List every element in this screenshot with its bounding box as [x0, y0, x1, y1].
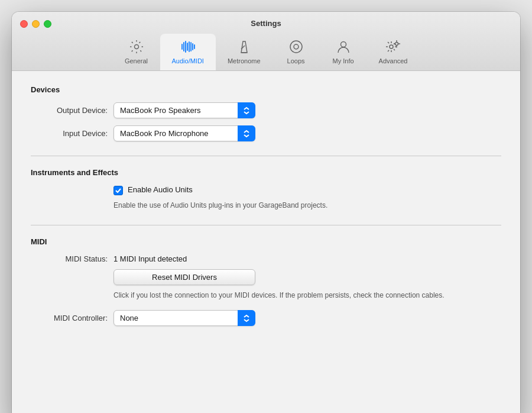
- tab-my-info-label: My Info: [333, 57, 354, 64]
- tab-bar: General Audio/MIDI: [113, 34, 420, 70]
- input-device-row: Input Device: MacBook Pro Microphone: [31, 125, 501, 141]
- midi-status-row: MIDI Status: 1 MIDI Input detected: [31, 254, 501, 263]
- traffic-lights: [20, 20, 51, 28]
- midi-controller-row: MIDI Controller: None: [31, 310, 501, 326]
- midi-controller-select-wrapper: None: [113, 310, 255, 326]
- main-content: Devices Output Device: MacBook Pro Speak…: [12, 71, 520, 413]
- tab-my-info[interactable]: My Info: [320, 34, 367, 70]
- devices-section: Devices Output Device: MacBook Pro Speak…: [31, 85, 501, 141]
- midi-section-title: MIDI: [31, 237, 501, 246]
- window-title: Settings: [251, 19, 281, 28]
- midi-controller-label: MIDI Controller:: [31, 314, 108, 322]
- divider-1: [31, 156, 501, 156]
- tab-metronome[interactable]: Metronome: [216, 34, 273, 70]
- loops-icon: [288, 38, 304, 55]
- close-button[interactable]: [20, 20, 28, 28]
- divider-2: [31, 225, 501, 225]
- devices-section-title: Devices: [31, 85, 501, 94]
- svg-point-9: [395, 43, 398, 46]
- gear-icon: [128, 38, 145, 55]
- midi-status-value: 1 MIDI Input detected: [113, 254, 187, 263]
- output-device-select[interactable]: MacBook Pro Speakers: [113, 102, 255, 118]
- enable-audio-units-description: Enable the use of Audio Units plug-ins i…: [113, 200, 362, 211]
- tab-audio-midi[interactable]: Audio/MIDI: [160, 34, 216, 70]
- tab-advanced-label: Advanced: [379, 57, 408, 64]
- minimize-button[interactable]: [32, 20, 40, 28]
- input-device-label: Input Device:: [31, 129, 108, 138]
- svg-point-8: [390, 45, 393, 49]
- reset-midi-description: Click if you lost the connection to your…: [113, 290, 445, 301]
- instruments-effects-section: Instruments and Effects Enable Audio Uni…: [31, 168, 501, 211]
- enable-audio-units-row: Enable Audio Units: [113, 185, 501, 195]
- title-bar: Settings General: [12, 12, 520, 71]
- svg-point-6: [294, 44, 299, 49]
- input-device-select-wrapper: MacBook Pro Microphone: [113, 125, 255, 141]
- midi-controller-select[interactable]: None: [113, 310, 255, 326]
- reset-midi-button[interactable]: Reset MIDI Drivers: [113, 269, 255, 285]
- svg-point-5: [290, 41, 302, 53]
- advanced-gear-icon: [385, 38, 401, 55]
- audio-midi-icon: [180, 38, 196, 55]
- tab-loops[interactable]: Loops: [273, 34, 320, 70]
- enable-audio-units-checkbox[interactable]: [113, 186, 123, 195]
- tab-loops-label: Loops: [287, 57, 305, 64]
- svg-point-7: [340, 42, 346, 47]
- input-device-select[interactable]: MacBook Pro Microphone: [113, 125, 255, 141]
- tab-metronome-label: Metronome: [228, 57, 261, 64]
- maximize-button[interactable]: [44, 20, 51, 28]
- tab-general-label: General: [125, 57, 148, 64]
- svg-point-0: [134, 45, 138, 49]
- svg-marker-2: [241, 41, 247, 53]
- midi-section: MIDI MIDI Status: 1 MIDI Input detected …: [31, 237, 501, 326]
- output-device-row: Output Device: MacBook Pro Speakers: [31, 102, 501, 118]
- output-device-select-wrapper: MacBook Pro Speakers: [113, 102, 255, 118]
- enable-audio-units-label: Enable Audio Units: [128, 185, 193, 194]
- output-device-label: Output Device:: [31, 106, 108, 115]
- tab-advanced[interactable]: Advanced: [367, 34, 420, 70]
- tab-general[interactable]: General: [113, 34, 160, 70]
- settings-window: Settings General: [12, 12, 520, 413]
- metronome-icon: [236, 38, 252, 55]
- midi-status-label: MIDI Status:: [31, 254, 108, 263]
- instruments-effects-title: Instruments and Effects: [31, 168, 501, 177]
- tab-audio-midi-label: Audio/MIDI: [172, 57, 204, 64]
- person-icon: [335, 38, 352, 55]
